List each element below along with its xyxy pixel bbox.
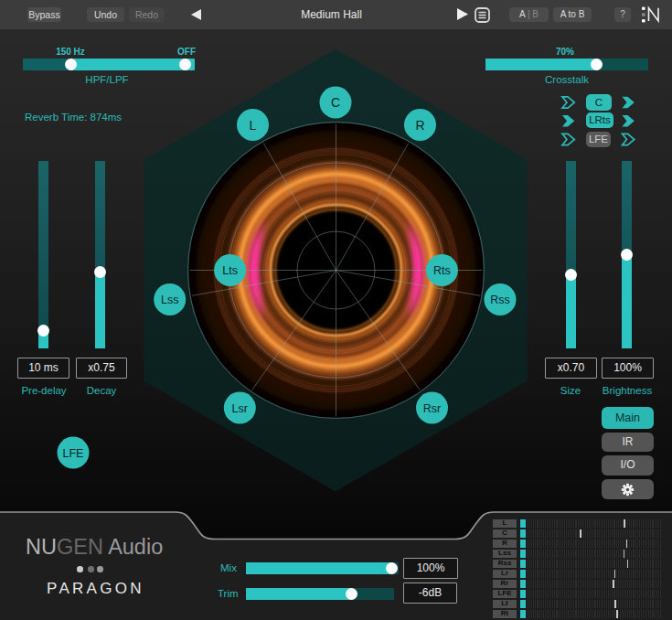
svg-text:Lss: Lss — [161, 294, 178, 306]
svg-text:Rss: Rss — [490, 294, 510, 306]
svg-text:C: C — [331, 95, 340, 110]
svg-text:LFE: LFE — [63, 447, 84, 460]
svg-text:L: L — [250, 118, 257, 133]
svg-text:R: R — [415, 118, 424, 133]
svg-text:Rsr: Rsr — [423, 402, 441, 415]
svg-text:Lsr: Lsr — [232, 402, 248, 415]
svg-text:Lts: Lts — [222, 264, 238, 277]
svg-text:Rts: Rts — [433, 264, 451, 277]
